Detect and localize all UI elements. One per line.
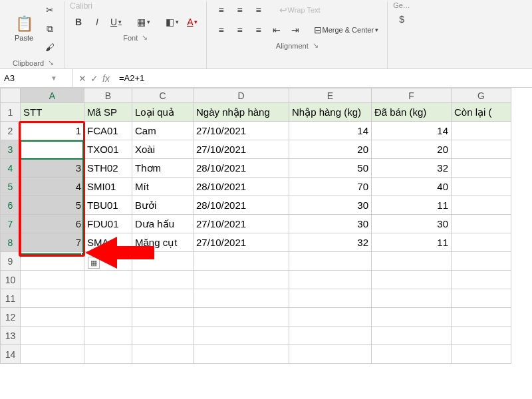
row-header[interactable]: 1	[1, 103, 21, 122]
wrap-text-button[interactable]: ↩ Wrap Text	[276, 1, 323, 19]
cell[interactable]: FCA01	[84, 122, 132, 140]
cell[interactable]: 11	[372, 233, 452, 252]
cell[interactable]	[452, 289, 511, 308]
cell[interactable]	[452, 345, 511, 364]
cell[interactable]	[194, 289, 289, 308]
cell[interactable]: Loại quả	[132, 103, 194, 122]
formula-input[interactable]	[115, 73, 532, 83]
cell[interactable]: 14	[289, 122, 372, 140]
col-header[interactable]: B	[84, 88, 132, 103]
cell[interactable]	[84, 289, 132, 308]
cell[interactable]	[452, 215, 511, 233]
row-header[interactable]: 7	[1, 215, 21, 233]
cell[interactable]	[132, 345, 194, 364]
cell[interactable]: 5	[21, 196, 84, 215]
row-header[interactable]: 11	[1, 289, 21, 308]
cell[interactable]: 20	[372, 140, 452, 159]
cell[interactable]: STH02	[84, 159, 132, 178]
row-header[interactable]: 2	[1, 122, 21, 140]
cell[interactable]	[289, 252, 372, 271]
cell[interactable]: Đã bán (kg)	[372, 103, 452, 122]
cell[interactable]: Mã SP	[84, 103, 132, 122]
col-header[interactable]: F	[372, 88, 452, 103]
font-color-button[interactable]: A▾	[184, 13, 201, 31]
align-left-button[interactable]: ≡	[212, 21, 229, 39]
autofill-options-button[interactable]: ▦	[88, 257, 100, 269]
cell[interactable]: 27/10/2021	[194, 140, 289, 159]
row-header[interactable]: 13	[1, 327, 21, 345]
cell[interactable]: 28/10/2021	[194, 159, 289, 178]
dialog-launcher-icon[interactable]: ↘	[313, 41, 319, 50]
enter-icon[interactable]: ✓	[90, 73, 98, 84]
row-header[interactable]: 9	[1, 252, 21, 271]
cell[interactable]: Bưởi	[132, 196, 194, 215]
align-right-button[interactable]: ≡	[249, 21, 267, 39]
cell[interactable]: 50	[289, 159, 372, 178]
cell[interactable]	[452, 159, 511, 178]
cell[interactable]: 2	[21, 140, 84, 159]
align-bottom-button[interactable]: ≡	[249, 1, 267, 19]
name-box-input[interactable]	[4, 73, 51, 83]
cell[interactable]: SMI01	[84, 178, 132, 196]
cell[interactable]: 28/10/2021	[194, 178, 289, 196]
currency-button[interactable]: $	[393, 11, 410, 28]
cell[interactable]	[132, 271, 194, 289]
fill-color-button[interactable]: ◧▾	[162, 13, 182, 31]
cell[interactable]	[194, 271, 289, 289]
cell[interactable]: 28/10/2021	[194, 196, 289, 215]
cell[interactable]	[372, 345, 452, 364]
cell[interactable]: 27/10/2021	[194, 233, 289, 252]
row-header[interactable]: 4	[1, 159, 21, 178]
cell[interactable]: 6	[21, 215, 84, 233]
fill-handle[interactable]	[81, 252, 85, 256]
cell[interactable]: Còn lại (	[452, 103, 511, 122]
cell[interactable]	[194, 308, 289, 327]
cell[interactable]	[452, 140, 511, 159]
row-header[interactable]: 14	[1, 345, 21, 364]
cell[interactable]: Măng cụt	[132, 233, 194, 252]
cell[interactable]	[84, 271, 132, 289]
cell[interactable]	[452, 233, 511, 252]
cell[interactable]: Thơm	[132, 159, 194, 178]
cell[interactable]: 1	[21, 122, 84, 140]
fx-icon[interactable]: fx	[102, 73, 110, 84]
cell[interactable]: TBU01	[84, 196, 132, 215]
cell[interactable]	[84, 308, 132, 327]
borders-button[interactable]: ▦▾	[134, 13, 154, 31]
cell[interactable]	[132, 252, 194, 271]
cell[interactable]	[372, 308, 452, 327]
row-header[interactable]: 10	[1, 271, 21, 289]
cell[interactable]	[132, 289, 194, 308]
cell[interactable]	[21, 345, 84, 364]
align-middle-button[interactable]: ≡	[231, 1, 248, 19]
cell[interactable]	[132, 327, 194, 345]
cell[interactable]: 70	[289, 178, 372, 196]
increase-indent-button[interactable]: ⇥	[287, 21, 304, 39]
cell[interactable]: Xoài	[132, 140, 194, 159]
cell[interactable]	[452, 327, 511, 345]
cell[interactable]	[21, 252, 84, 271]
cell[interactable]: 11	[372, 196, 452, 215]
cell[interactable]: 7	[21, 233, 84, 252]
cell[interactable]: FDU01	[84, 215, 132, 233]
cell[interactable]	[452, 196, 511, 215]
cell[interactable]	[289, 308, 372, 327]
cell[interactable]: SMA	[84, 233, 132, 252]
italic-button[interactable]: I	[88, 13, 106, 31]
cell[interactable]	[452, 122, 511, 140]
cell[interactable]	[289, 327, 372, 345]
merge-center-button[interactable]: ⊟ Merge & Center▾	[311, 21, 382, 39]
dialog-launcher-icon[interactable]: ↘	[48, 59, 54, 67]
cell[interactable]	[289, 271, 372, 289]
decrease-indent-button[interactable]: ⇤	[268, 21, 285, 39]
col-header[interactable]: G	[452, 88, 511, 103]
copy-button[interactable]: ⧉	[41, 20, 59, 37]
row-header[interactable]: 3	[1, 140, 21, 159]
cell[interactable]: 27/10/2021	[194, 122, 289, 140]
select-all-corner[interactable]	[1, 88, 21, 103]
col-header[interactable]: A	[21, 88, 84, 103]
cell[interactable]: STT	[21, 103, 84, 122]
cell[interactable]: Mít	[132, 178, 194, 196]
col-header[interactable]: D	[194, 88, 289, 103]
cell[interactable]	[194, 252, 289, 271]
